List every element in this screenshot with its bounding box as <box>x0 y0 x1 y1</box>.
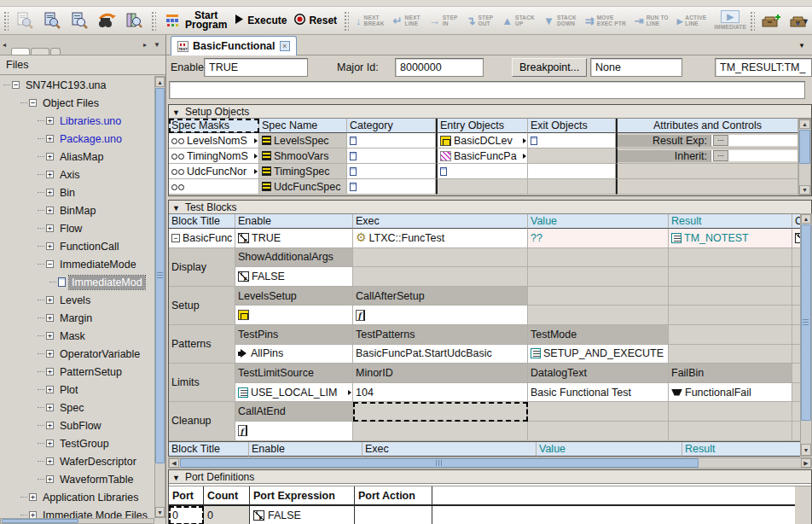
empty-cell[interactable] <box>353 422 528 441</box>
close-tab-icon[interactable] <box>280 41 290 51</box>
empty-cell[interactable] <box>528 402 669 422</box>
debug-toolbar-button[interactable]: ▶ IMMEDIATE <box>710 10 750 30</box>
entry-objects-cell[interactable] <box>436 164 528 179</box>
empty-cell[interactable] <box>669 287 792 306</box>
ellipsis-button[interactable]: ... <box>713 150 728 161</box>
arg-value-cell[interactable]: 104 <box>353 383 528 403</box>
sidebar-tab[interactable] <box>11 48 30 55</box>
scroll-up-icon[interactable]: ▲ <box>799 119 810 129</box>
toolbar-grip[interactable] <box>749 10 755 31</box>
exit-objects-cell[interactable] <box>528 133 616 148</box>
column-header[interactable]: Enable <box>235 214 353 229</box>
tree-scrollbar[interactable]: ▲ ▼ <box>154 76 165 518</box>
empty-cell[interactable] <box>669 422 792 441</box>
arg-label-cell[interactable]: TestLimitSource <box>235 364 353 383</box>
tree-item-label[interactable]: WaveformTable <box>57 473 136 486</box>
arg-value-cell[interactable]: Basic Functional Test <box>528 383 669 403</box>
sidebar-tab[interactable] <box>50 48 61 55</box>
attribute-value-cell[interactable]: ... <box>711 150 798 161</box>
browse-library-button[interactable] <box>120 9 148 32</box>
spec-mask-cell[interactable] <box>169 179 259 195</box>
tree-item[interactable]: + Flow <box>0 219 154 237</box>
group-title-cell[interactable]: Limits <box>169 364 235 402</box>
empty-cell[interactable] <box>669 402 792 422</box>
tree-item[interactable]: + SubFlow <box>0 416 154 434</box>
spec-mask-cell[interactable]: LevelsNomS <box>169 133 259 148</box>
toolbar-overflow-icon[interactable]: ▼ <box>802 17 809 26</box>
column-header[interactable]: Count <box>204 486 250 506</box>
tree-expander-icon[interactable]: + <box>46 224 54 232</box>
column-header[interactable]: Block Title <box>169 214 235 229</box>
tree-item[interactable]: ImmediateMod <box>0 273 154 291</box>
tree-item-label[interactable]: Levels <box>57 294 93 307</box>
arg-value-cell[interactable] <box>235 306 353 325</box>
debug-toolbar-button[interactable]: ⇥ RUN TOLINE <box>630 10 673 30</box>
tree-expander-icon[interactable]: + <box>46 314 54 322</box>
tree-item[interactable]: − ImmediateMode <box>0 255 154 273</box>
tree-expander-icon[interactable]: + <box>46 207 54 214</box>
debug-toolbar-button[interactable]: ↴ STEPOUT <box>462 10 498 30</box>
tree-expander-icon[interactable]: + <box>46 404 54 411</box>
empty-cell[interactable] <box>669 267 792 287</box>
tree-item-label[interactable]: Axis <box>57 168 83 182</box>
port-definitions-section-header[interactable]: Port Definitions <box>169 470 811 484</box>
spec-name-cell[interactable]: TimingSpec <box>259 164 347 179</box>
arg-value-cell[interactable]: SETUP_AND_EXECUTE <box>528 345 669 364</box>
tree-expander-icon[interactable]: + <box>46 135 54 143</box>
hscrollbar-thumb[interactable] <box>180 458 699 468</box>
tree-expander-icon[interactable]: + <box>46 242 54 250</box>
scroll-down-icon[interactable]: ▼ <box>801 444 811 456</box>
tab-scroll-left-icon[interactable]: ◂ <box>3 41 6 49</box>
execute-button[interactable]: Execute <box>230 12 290 29</box>
column-header[interactable]: Result <box>682 442 802 457</box>
tree-item[interactable]: + WaveformTable <box>0 470 154 488</box>
tree-expander-icon[interactable]: + <box>46 440 54 447</box>
port-action-cell[interactable] <box>355 506 432 524</box>
scroll-left-icon[interactable]: ◀ <box>169 458 179 468</box>
empty-cell[interactable] <box>669 248 792 268</box>
tree-item[interactable]: + FunctionCall <box>0 237 154 255</box>
port-expression-cell[interactable]: FALSE <box>250 506 355 524</box>
column-header[interactable]: Spec Masks <box>169 119 259 133</box>
column-header[interactable]: Result <box>669 214 792 229</box>
spec-mask-cell[interactable]: UdcFuncNor <box>169 164 259 179</box>
enable-input[interactable] <box>204 58 308 77</box>
start-program-button[interactable]: StartProgram <box>159 9 230 32</box>
tree-item-label[interactable]: PatternSetup <box>57 365 125 379</box>
find-in-files-button[interactable] <box>93 9 120 32</box>
tree-item-label[interactable]: Plot <box>57 383 81 397</box>
column-header[interactable]: Exec <box>353 214 528 229</box>
empty-cell[interactable] <box>669 306 792 325</box>
tree-item[interactable]: + BinMap <box>0 201 154 219</box>
tree-expander-icon[interactable]: + <box>46 296 54 304</box>
search-next-button[interactable] <box>66 9 93 32</box>
arg-label-cell[interactable]: CallAtEnd <box>235 402 353 422</box>
arg-label-cell[interactable]: CallAfterSetup <box>353 287 528 306</box>
empty-cell[interactable] <box>669 325 792 345</box>
group-title-cell[interactable]: Cleanup <box>169 402 235 440</box>
group-title-cell[interactable]: Setup <box>169 287 235 325</box>
tree-expander-icon[interactable]: + <box>46 368 54 376</box>
tab-scroll-right-icon[interactable]: ▸ <box>143 41 147 49</box>
tree-item-label[interactable]: ImmediateMode <box>57 258 139 271</box>
scroll-down-icon[interactable]: ▼ <box>799 185 810 195</box>
tree-item-label[interactable]: Spec <box>57 401 87 415</box>
tree-item[interactable]: + Spec <box>0 399 154 416</box>
setup-objects-scrollbar[interactable]: ▲ ▼ <box>798 119 811 195</box>
breakpoint-input[interactable] <box>590 58 682 77</box>
arg-value-cell[interactable] <box>235 422 353 441</box>
tree-item[interactable]: + Package.uno <box>0 130 154 148</box>
tree-item[interactable]: + OperatorVariable <box>0 345 154 363</box>
tree-item[interactable]: + PatternSetup <box>0 363 154 381</box>
debug-toolbar-button[interactable]: ↓ NEXTBREAK <box>351 10 389 30</box>
block-title-cell[interactable]: BasicFunc <box>169 229 235 248</box>
reset-button[interactable]: Reset <box>290 11 340 30</box>
column-header[interactable]: Enable <box>249 442 362 457</box>
result-cell[interactable]: TM_NOTEST <box>669 229 792 248</box>
toolbar-grip[interactable] <box>3 10 9 31</box>
entry-objects-cell[interactable]: BasicDCLev <box>436 133 528 148</box>
debug-toolbar-button[interactable]: ▼ STACKDOWN <box>539 10 581 30</box>
tree-item[interactable]: + Margin <box>0 309 154 327</box>
tree-expander-icon[interactable]: + <box>46 350 54 358</box>
column-header[interactable]: Exit Objects <box>528 119 616 133</box>
